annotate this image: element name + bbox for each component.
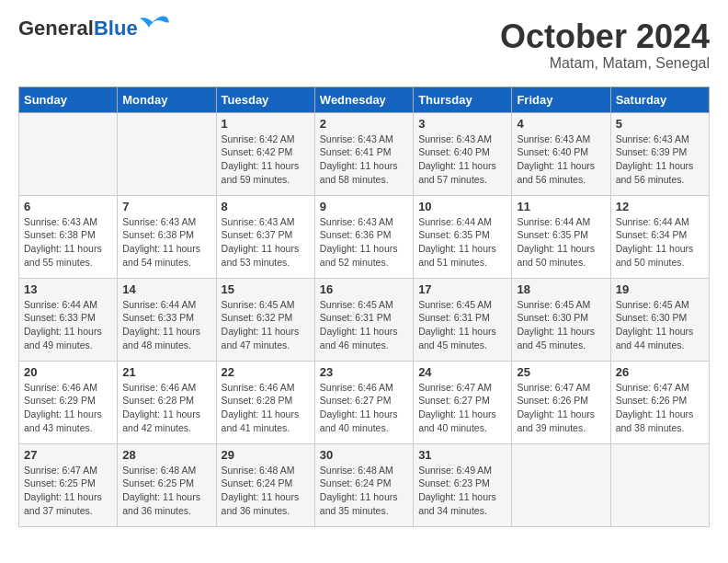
- day-number: 23: [320, 365, 408, 379]
- day-detail: Sunrise: 6:45 AMSunset: 6:30 PMDaylight:…: [517, 298, 605, 352]
- day-detail: Sunrise: 6:46 AMSunset: 6:28 PMDaylight:…: [222, 381, 310, 435]
- logo: GeneralBlue: [18, 18, 169, 39]
- day-number: 22: [222, 365, 310, 379]
- weekday-monday: Monday: [118, 86, 216, 112]
- day-detail: Sunrise: 6:43 AMSunset: 6:36 PMDaylight:…: [320, 215, 408, 270]
- day-detail: Sunrise: 6:48 AMSunset: 6:24 PMDaylight:…: [320, 464, 408, 518]
- logo-blue: Blue: [94, 17, 138, 40]
- calendar-cell: 21Sunrise: 6:46 AMSunset: 6:28 PMDayligh…: [118, 361, 216, 443]
- calendar-cell: 3Sunrise: 6:43 AMSunset: 6:40 PMDaylight…: [414, 112, 512, 195]
- day-detail: Sunrise: 6:44 AMSunset: 6:33 PMDaylight:…: [122, 298, 210, 352]
- logo-general: General: [18, 17, 94, 40]
- calendar-cell: 25Sunrise: 6:47 AMSunset: 6:26 PMDayligh…: [512, 361, 610, 443]
- day-number: 25: [517, 365, 605, 379]
- day-detail: Sunrise: 6:49 AMSunset: 6:23 PMDaylight:…: [418, 464, 506, 518]
- day-detail: Sunrise: 6:43 AMSunset: 6:37 PMDaylight:…: [222, 215, 310, 270]
- day-number: 28: [122, 448, 210, 462]
- day-detail: Sunrise: 6:43 AMSunset: 6:41 PMDaylight:…: [320, 132, 408, 187]
- day-detail: Sunrise: 6:46 AMSunset: 6:28 PMDaylight:…: [122, 381, 210, 435]
- weekday-tuesday: Tuesday: [216, 86, 314, 112]
- day-number: 2: [320, 117, 408, 131]
- calendar-cell: 1Sunrise: 6:42 AMSunset: 6:42 PMDaylight…: [216, 112, 314, 195]
- calendar-cell: [610, 443, 709, 526]
- month-title: October 2024: [500, 18, 710, 55]
- calendar-cell: 23Sunrise: 6:46 AMSunset: 6:27 PMDayligh…: [314, 361, 413, 443]
- day-detail: Sunrise: 6:44 AMSunset: 6:33 PMDaylight:…: [24, 298, 112, 352]
- day-detail: Sunrise: 6:43 AMSunset: 6:39 PMDaylight:…: [616, 132, 704, 187]
- day-number: 5: [616, 117, 704, 131]
- day-number: 3: [418, 117, 506, 131]
- calendar-cell: 8Sunrise: 6:43 AMSunset: 6:37 PMDaylight…: [216, 195, 314, 278]
- calendar-cell: 28Sunrise: 6:48 AMSunset: 6:25 PMDayligh…: [118, 443, 216, 526]
- day-number: 17: [418, 282, 506, 296]
- calendar-cell: 27Sunrise: 6:47 AMSunset: 6:25 PMDayligh…: [19, 443, 118, 526]
- day-number: 14: [122, 282, 210, 296]
- calendar-cell: 5Sunrise: 6:43 AMSunset: 6:39 PMDaylight…: [610, 112, 709, 195]
- calendar-cell: 17Sunrise: 6:45 AMSunset: 6:31 PMDayligh…: [414, 278, 512, 361]
- location: Matam, Matam, Senegal: [500, 55, 710, 72]
- day-number: 6: [24, 200, 112, 213]
- calendar-cell: 7Sunrise: 6:43 AMSunset: 6:38 PMDaylight…: [118, 195, 216, 278]
- day-detail: Sunrise: 6:43 AMSunset: 6:40 PMDaylight:…: [517, 132, 605, 187]
- week-row-1: 1Sunrise: 6:42 AMSunset: 6:42 PMDaylight…: [19, 112, 710, 195]
- day-detail: Sunrise: 6:47 AMSunset: 6:26 PMDaylight:…: [517, 381, 605, 435]
- calendar-cell: 15Sunrise: 6:45 AMSunset: 6:32 PMDayligh…: [216, 278, 314, 361]
- day-number: 26: [616, 365, 704, 379]
- weekday-thursday: Thursday: [414, 86, 512, 112]
- calendar-cell: 14Sunrise: 6:44 AMSunset: 6:33 PMDayligh…: [118, 278, 216, 361]
- calendar-cell: 16Sunrise: 6:45 AMSunset: 6:31 PMDayligh…: [314, 278, 413, 361]
- day-detail: Sunrise: 6:47 AMSunset: 6:26 PMDaylight:…: [616, 381, 704, 435]
- calendar-cell: [118, 112, 216, 195]
- day-number: 24: [418, 365, 506, 379]
- weekday-saturday: Saturday: [610, 86, 709, 112]
- weekday-sunday: Sunday: [19, 86, 118, 112]
- day-detail: Sunrise: 6:43 AMSunset: 6:38 PMDaylight:…: [122, 215, 210, 270]
- day-number: 15: [222, 282, 310, 296]
- weekday-friday: Friday: [512, 86, 610, 112]
- day-number: 31: [418, 448, 506, 462]
- day-number: 21: [122, 365, 210, 379]
- day-detail: Sunrise: 6:45 AMSunset: 6:32 PMDaylight:…: [222, 298, 310, 352]
- calendar-cell: 4Sunrise: 6:43 AMSunset: 6:40 PMDaylight…: [512, 112, 610, 195]
- day-detail: Sunrise: 6:44 AMSunset: 6:35 PMDaylight:…: [418, 215, 506, 270]
- day-number: 11: [517, 200, 605, 213]
- day-detail: Sunrise: 6:44 AMSunset: 6:35 PMDaylight:…: [517, 215, 605, 270]
- calendar-cell: 11Sunrise: 6:44 AMSunset: 6:35 PMDayligh…: [512, 195, 610, 278]
- calendar-cell: 10Sunrise: 6:44 AMSunset: 6:35 PMDayligh…: [414, 195, 512, 278]
- day-detail: Sunrise: 6:42 AMSunset: 6:42 PMDaylight:…: [222, 132, 310, 187]
- calendar-cell: 9Sunrise: 6:43 AMSunset: 6:36 PMDaylight…: [314, 195, 413, 278]
- weekday-header-row: SundayMondayTuesdayWednesdayThursdayFrid…: [19, 86, 710, 112]
- day-detail: Sunrise: 6:48 AMSunset: 6:24 PMDaylight:…: [222, 464, 310, 518]
- week-row-4: 20Sunrise: 6:46 AMSunset: 6:29 PMDayligh…: [19, 361, 710, 443]
- calendar-cell: 31Sunrise: 6:49 AMSunset: 6:23 PMDayligh…: [414, 443, 512, 526]
- day-number: 4: [517, 117, 605, 131]
- day-number: 19: [616, 282, 704, 296]
- calendar-body: 1Sunrise: 6:42 AMSunset: 6:42 PMDaylight…: [19, 112, 710, 526]
- page-header: GeneralBlue October 2024 Matam, Matam, S…: [18, 18, 710, 72]
- calendar-cell: 24Sunrise: 6:47 AMSunset: 6:27 PMDayligh…: [414, 361, 512, 443]
- logo-bird-icon: [140, 15, 169, 35]
- day-detail: Sunrise: 6:47 AMSunset: 6:25 PMDaylight:…: [24, 464, 112, 518]
- day-detail: Sunrise: 6:45 AMSunset: 6:30 PMDaylight:…: [616, 298, 704, 352]
- day-number: 12: [616, 200, 704, 213]
- weekday-wednesday: Wednesday: [314, 86, 413, 112]
- logo-text: GeneralBlue: [18, 18, 138, 39]
- calendar-table: SundayMondayTuesdayWednesdayThursdayFrid…: [18, 86, 710, 527]
- calendar-cell: 12Sunrise: 6:44 AMSunset: 6:34 PMDayligh…: [610, 195, 709, 278]
- day-number: 20: [24, 365, 112, 379]
- week-row-3: 13Sunrise: 6:44 AMSunset: 6:33 PMDayligh…: [19, 278, 710, 361]
- calendar-cell: 29Sunrise: 6:48 AMSunset: 6:24 PMDayligh…: [216, 443, 314, 526]
- calendar-cell: 19Sunrise: 6:45 AMSunset: 6:30 PMDayligh…: [610, 278, 709, 361]
- calendar-header: SundayMondayTuesdayWednesdayThursdayFrid…: [19, 86, 710, 112]
- calendar-cell: [512, 443, 610, 526]
- day-number: 10: [418, 200, 506, 213]
- day-detail: Sunrise: 6:45 AMSunset: 6:31 PMDaylight:…: [418, 298, 506, 352]
- calendar-cell: 13Sunrise: 6:44 AMSunset: 6:33 PMDayligh…: [19, 278, 118, 361]
- calendar-cell: 30Sunrise: 6:48 AMSunset: 6:24 PMDayligh…: [314, 443, 413, 526]
- calendar-cell: [19, 112, 118, 195]
- day-number: 29: [222, 448, 310, 462]
- week-row-2: 6Sunrise: 6:43 AMSunset: 6:38 PMDaylight…: [19, 195, 710, 278]
- day-number: 7: [122, 200, 210, 213]
- day-detail: Sunrise: 6:46 AMSunset: 6:29 PMDaylight:…: [24, 381, 112, 435]
- day-number: 8: [222, 200, 310, 213]
